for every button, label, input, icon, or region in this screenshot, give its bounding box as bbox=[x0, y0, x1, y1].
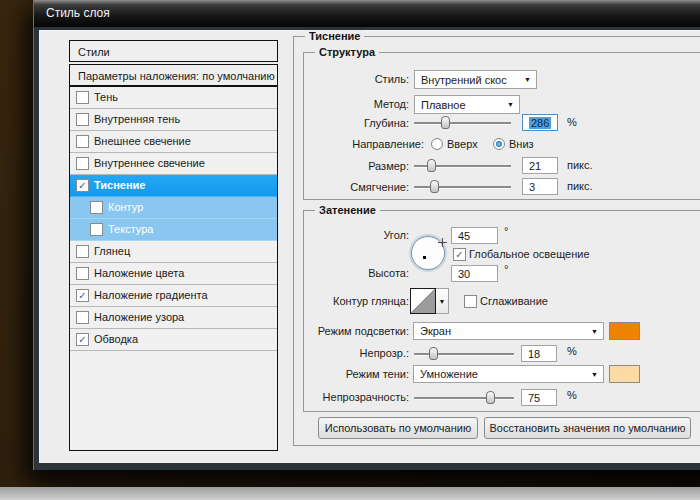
direction-down-radio[interactable] bbox=[493, 138, 505, 150]
sidebar-item[interactable]: Внутреннее свечение bbox=[70, 153, 277, 175]
highlight-opacity-value: 18 bbox=[528, 348, 540, 360]
blending-options-label: Параметры наложения: по умолчанию bbox=[78, 70, 275, 82]
highlight-opacity-input[interactable]: 18 bbox=[521, 345, 557, 362]
sidebar-item[interactable]: ✓Наложение градиента bbox=[70, 285, 277, 307]
window-title: Стиль слоя bbox=[46, 6, 110, 20]
antialias-checkbox[interactable] bbox=[464, 295, 477, 308]
highlight-opacity-slider[interactable] bbox=[414, 353, 514, 355]
altitude-unit: ° bbox=[504, 263, 508, 275]
sidebar-item[interactable]: Глянец bbox=[70, 241, 277, 263]
altitude-label: Высота: bbox=[289, 267, 409, 279]
sidebar-item-label: Глянец bbox=[94, 241, 130, 262]
method-dropdown-value: Плавное bbox=[421, 99, 466, 111]
size-slider[interactable] bbox=[414, 165, 511, 167]
depth-slider-thumb[interactable] bbox=[441, 116, 450, 129]
checkbox[interactable]: ✓ bbox=[76, 179, 89, 192]
checkbox[interactable] bbox=[76, 267, 89, 280]
global-light-label: Глобальное освещение bbox=[469, 248, 590, 260]
layer-style-dialog: Стиль слоя Стили Параметры наложения: по… bbox=[33, 0, 700, 470]
highlight-color-swatch[interactable] bbox=[609, 322, 640, 340]
size-input[interactable]: 21 bbox=[522, 157, 558, 174]
highlight-mode-value: Экран bbox=[420, 325, 451, 337]
sidebar-item[interactable]: Тень bbox=[70, 87, 277, 109]
soften-input[interactable]: 3 bbox=[522, 178, 558, 195]
blending-options-header[interactable]: Параметры наложения: по умолчанию bbox=[69, 64, 278, 86]
altitude-input[interactable]: 30 bbox=[451, 265, 498, 282]
sidebar-item-label: Внутреннее свечение bbox=[94, 153, 205, 174]
reset-default-button[interactable]: Восстановить значения по умолчанию bbox=[484, 417, 691, 439]
soften-slider-thumb[interactable] bbox=[430, 180, 439, 193]
make-default-button[interactable]: Использовать по умолчанию bbox=[318, 417, 478, 439]
sidebar-item[interactable]: ✓Тиснение bbox=[70, 175, 277, 197]
shading-group-title: Затенение bbox=[315, 204, 380, 216]
sidebar-item[interactable]: Внешнее свечение bbox=[70, 131, 277, 153]
size-value: 21 bbox=[529, 160, 541, 172]
reset-default-button-label: Восстановить значения по умолчанию bbox=[489, 422, 685, 434]
make-default-button-label: Использовать по умолчанию bbox=[325, 422, 471, 434]
title-bar[interactable]: Стиль слоя bbox=[34, 0, 700, 27]
sidebar-item[interactable]: Контур bbox=[70, 197, 277, 219]
angle-unit: ° bbox=[504, 225, 508, 237]
sidebar-item[interactable]: Внутренняя тень bbox=[70, 109, 277, 131]
checkbox[interactable] bbox=[90, 223, 103, 236]
checkbox[interactable] bbox=[76, 135, 89, 148]
checkbox[interactable] bbox=[90, 201, 103, 214]
dialog-body: Стили Параметры наложения: по умолчанию … bbox=[39, 30, 700, 463]
sidebar-item[interactable]: Наложение узора bbox=[70, 307, 277, 329]
bevel-emboss-group-title: Тиснение bbox=[305, 30, 364, 42]
angle-input[interactable]: 45 bbox=[451, 227, 498, 244]
chevron-down-icon: ▼ bbox=[524, 76, 531, 83]
direction-up-radio[interactable] bbox=[431, 138, 443, 150]
shadow-opacity-slider[interactable] bbox=[414, 397, 514, 399]
gloss-contour-dropdown-arrow[interactable]: ▼ bbox=[436, 288, 449, 314]
chevron-down-icon: ▼ bbox=[507, 101, 514, 108]
chevron-down-icon: ▼ bbox=[591, 371, 598, 378]
bottom-bar bbox=[0, 487, 700, 500]
sidebar-item-label: Внутренняя тень bbox=[94, 109, 180, 130]
shadow-color-swatch[interactable] bbox=[609, 365, 640, 383]
antialias-label: Сглаживание bbox=[480, 295, 548, 307]
checkbox[interactable]: ✓ bbox=[76, 333, 89, 346]
sidebar-item-label: Тень bbox=[94, 87, 118, 108]
gloss-contour-thumbnail[interactable] bbox=[410, 288, 436, 314]
sidebar-item-label: Контур bbox=[108, 197, 143, 218]
method-dropdown[interactable]: Плавное ▼ bbox=[414, 95, 520, 114]
sidebar-item-label: Наложение цвета bbox=[94, 263, 184, 284]
depth-input[interactable]: 286 bbox=[522, 114, 558, 131]
checkbox[interactable] bbox=[76, 113, 89, 126]
sidebar-item[interactable]: Наложение цвета bbox=[70, 263, 277, 285]
style-dropdown-value: Внутренний скос bbox=[421, 74, 507, 86]
angle-label: Угол: bbox=[289, 229, 409, 241]
checkbox[interactable] bbox=[76, 245, 89, 258]
shadow-opacity-input[interactable]: 75 bbox=[521, 389, 557, 406]
shadow-mode-label: Режим тени: bbox=[289, 368, 409, 380]
highlight-opacity-slider-thumb[interactable] bbox=[429, 347, 438, 360]
shadow-mode-dropdown[interactable]: Умножение ▼ bbox=[413, 365, 604, 383]
highlight-mode-dropdown[interactable]: Экран ▼ bbox=[413, 322, 604, 340]
angle-value: 45 bbox=[458, 230, 470, 242]
shadow-opacity-value: 75 bbox=[528, 392, 540, 404]
sidebar-item[interactable]: ✓Обводка bbox=[70, 329, 277, 351]
styles-header-label: Стили bbox=[78, 46, 110, 58]
styles-header[interactable]: Стили bbox=[69, 40, 278, 62]
global-light-checkbox[interactable]: ✓ bbox=[453, 248, 466, 261]
depth-slider[interactable] bbox=[414, 122, 511, 124]
checkbox[interactable]: ✓ bbox=[76, 289, 89, 302]
shadow-mode-value: Умножение bbox=[420, 368, 478, 380]
sidebar-item[interactable]: Текстура bbox=[70, 219, 277, 241]
size-slider-thumb[interactable] bbox=[427, 159, 436, 172]
method-label: Метод: bbox=[289, 98, 409, 110]
altitude-value: 30 bbox=[458, 268, 470, 280]
checkbox[interactable] bbox=[76, 91, 89, 104]
shadow-opacity-slider-thumb[interactable] bbox=[486, 391, 495, 404]
sidebar-item-label: Наложение узора bbox=[94, 307, 184, 328]
depth-unit: % bbox=[567, 116, 577, 128]
checkbox[interactable] bbox=[76, 311, 89, 324]
checkbox[interactable] bbox=[76, 157, 89, 170]
gloss-contour-label: Контур глянца: bbox=[289, 295, 409, 307]
style-dropdown[interactable]: Внутренний скос ▼ bbox=[414, 70, 537, 89]
sidebar-item-label: Обводка bbox=[94, 329, 138, 350]
soften-slider[interactable] bbox=[414, 186, 511, 188]
size-unit: пикс. bbox=[567, 159, 593, 171]
direction-down-label: Вниз bbox=[509, 138, 534, 150]
